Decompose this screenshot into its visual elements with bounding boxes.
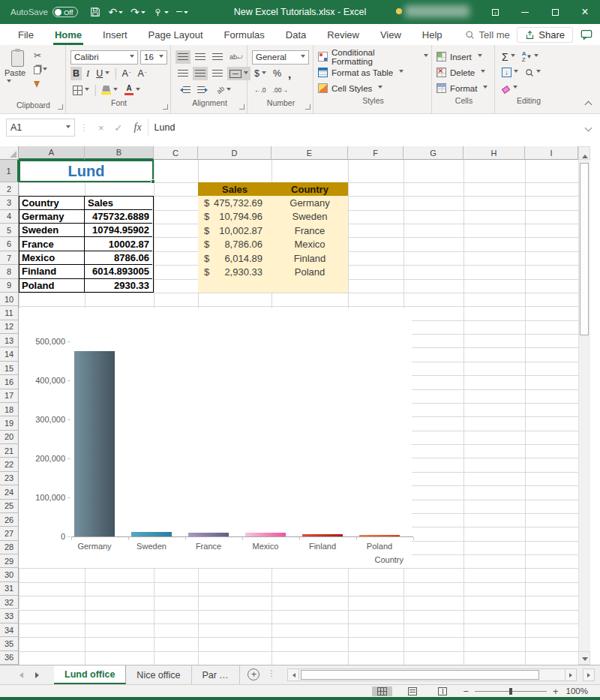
- scroll-left-button[interactable]: [287, 668, 299, 681]
- clear-button[interactable]: [500, 82, 520, 95]
- undo-button[interactable]: ↶: [108, 7, 123, 17]
- close-button[interactable]: ×: [570, 0, 600, 24]
- column-header-e[interactable]: E: [272, 146, 348, 160]
- clipboard-dialog-launcher[interactable]: [58, 104, 63, 110]
- format-as-table-button[interactable]: Format as Table: [318, 65, 428, 80]
- scroll-right-edge-button[interactable]: [583, 668, 595, 681]
- autosave-switch[interactable]: Off: [52, 7, 79, 17]
- row-header-30[interactable]: 30: [0, 568, 19, 581]
- name-box[interactable]: A1: [6, 119, 75, 137]
- corner-scroll[interactable]: [583, 668, 595, 681]
- alignment-dialog-launcher[interactable]: [239, 104, 244, 110]
- underline-button[interactable]: U: [94, 67, 112, 80]
- zoom-out-button[interactable]: −: [463, 686, 469, 697]
- fill-button[interactable]: ↓: [500, 66, 520, 80]
- menu-tab-view[interactable]: View: [370, 24, 412, 45]
- column-header-g[interactable]: G: [404, 146, 464, 160]
- menu-tab-review[interactable]: Review: [316, 24, 370, 45]
- column-header-f[interactable]: F: [348, 146, 404, 160]
- row-header-23[interactable]: 23: [0, 472, 19, 485]
- align-right-button[interactable]: [210, 67, 225, 80]
- zoom-in-button[interactable]: +: [553, 686, 559, 697]
- row-header-5[interactable]: 5: [0, 224, 19, 237]
- gold-sales-value[interactable]: 2,930.33: [198, 265, 262, 278]
- number-format-select[interactable]: General: [252, 50, 309, 65]
- row-header-27[interactable]: 27: [0, 527, 19, 540]
- left-table-sales-cell[interactable]: 10002.87: [85, 237, 152, 251]
- find-select-button[interactable]: [523, 66, 543, 80]
- chart-bar-sweden[interactable]: [131, 532, 172, 536]
- menu-tab-page-layout[interactable]: Page Layout: [138, 24, 214, 45]
- row-header-8[interactable]: 8: [0, 265, 19, 278]
- row-header-10[interactable]: 10: [0, 293, 19, 306]
- format-painter-button[interactable]: [34, 79, 47, 89]
- borders-button[interactable]: [70, 83, 92, 97]
- bar-chart[interactable]: 0100,000200,000300,000400,000500,000Germ…: [19, 308, 412, 568]
- chart-bar-poland[interactable]: [359, 535, 400, 536]
- insert-function-icon[interactable]: fx: [134, 122, 142, 134]
- row-header-20[interactable]: 20: [0, 431, 19, 444]
- gold-country-value[interactable]: France: [272, 224, 348, 237]
- left-table-country-cell[interactable]: Germany: [19, 210, 85, 224]
- row-header-2[interactable]: 2: [0, 182, 19, 196]
- conditional-formatting-button[interactable]: Conditional Formatting: [318, 49, 428, 65]
- sort-filter-button[interactable]: AZ▼: [520, 50, 542, 64]
- page-layout-view-button[interactable]: [403, 686, 422, 696]
- menu-tab-help[interactable]: Help: [412, 24, 453, 45]
- autosum-button[interactable]: Σ: [500, 50, 518, 64]
- gold-table-header-country[interactable]: Country: [272, 182, 348, 196]
- column-header-b[interactable]: B: [85, 146, 154, 160]
- left-table-country-cell[interactable]: Poland: [19, 279, 85, 293]
- enter-icon[interactable]: ✓: [115, 122, 123, 134]
- row-header-22[interactable]: 22: [0, 458, 19, 471]
- left-table-country-cell[interactable]: France: [19, 237, 85, 251]
- new-sheet-button[interactable]: +: [248, 668, 260, 680]
- undo-dropdown[interactable]: [118, 11, 123, 16]
- comment-icon[interactable]: [580, 29, 592, 41]
- row-header-7[interactable]: 7: [0, 251, 19, 265]
- zoom-level[interactable]: 100%: [566, 686, 588, 695]
- scroll-up-button[interactable]: [578, 146, 590, 160]
- row-header-1[interactable]: 1: [0, 160, 19, 182]
- gold-sales-value[interactable]: 10,002.87: [198, 224, 262, 237]
- touch-mouse-mode-button[interactable]: [153, 8, 169, 17]
- comma-style-button[interactable]: ,: [286, 67, 293, 80]
- fill-handle[interactable]: [151, 179, 155, 184]
- row-header-9[interactable]: 9: [0, 279, 19, 293]
- tell-me-box[interactable]: Tell me: [465, 29, 510, 41]
- left-table-country-cell[interactable]: Finland: [19, 265, 85, 278]
- save-button[interactable]: [90, 7, 100, 17]
- font-name-select[interactable]: Calibri: [70, 50, 138, 65]
- row-header-18[interactable]: 18: [0, 403, 19, 416]
- left-table-sales-cell[interactable]: 6014.893005: [85, 265, 152, 278]
- page-break-view-button[interactable]: [433, 686, 452, 696]
- row-header-14[interactable]: 14: [0, 347, 19, 361]
- font-size-select[interactable]: 16: [140, 50, 167, 65]
- ribbon-display-options-button[interactable]: ↑: [480, 0, 510, 24]
- italic-button[interactable]: I: [84, 67, 92, 80]
- copy-button[interactable]: [34, 65, 47, 75]
- font-dialog-launcher[interactable]: [163, 104, 168, 110]
- vscroll-thumb[interactable]: [580, 163, 589, 335]
- customize-qat-button[interactable]: [176, 8, 188, 16]
- gold-sales-value[interactable]: 475,732.69: [198, 196, 262, 209]
- left-table-country-cell[interactable]: Sweden: [19, 224, 85, 237]
- scroll-down-button[interactable]: [578, 651, 590, 665]
- paste-button[interactable]: Paste: [4, 49, 30, 101]
- zoom-slider[interactable]: [475, 691, 547, 692]
- drag-handle[interactable]: ⋮: [80, 122, 88, 133]
- orientation-button[interactable]: ab: [214, 83, 233, 97]
- column-header-i[interactable]: I: [525, 146, 578, 160]
- left-table-sales-cell[interactable]: 10794.95902: [85, 224, 152, 237]
- left-table-country-cell[interactable]: Mexico: [19, 251, 85, 265]
- row-header-19[interactable]: 19: [0, 416, 19, 430]
- format-cells-button[interactable]: Format: [436, 80, 491, 96]
- user-account[interactable]: [396, 5, 470, 17]
- row-header-4[interactable]: 4: [0, 210, 19, 224]
- left-table-header-sales[interactable]: Sales: [85, 196, 152, 209]
- column-header-d[interactable]: D: [198, 146, 272, 160]
- column-header-c[interactable]: C: [154, 146, 198, 160]
- row-header-17[interactable]: 17: [0, 389, 19, 403]
- number-dialog-launcher[interactable]: [305, 104, 310, 110]
- formula-input[interactable]: Lund: [148, 119, 577, 137]
